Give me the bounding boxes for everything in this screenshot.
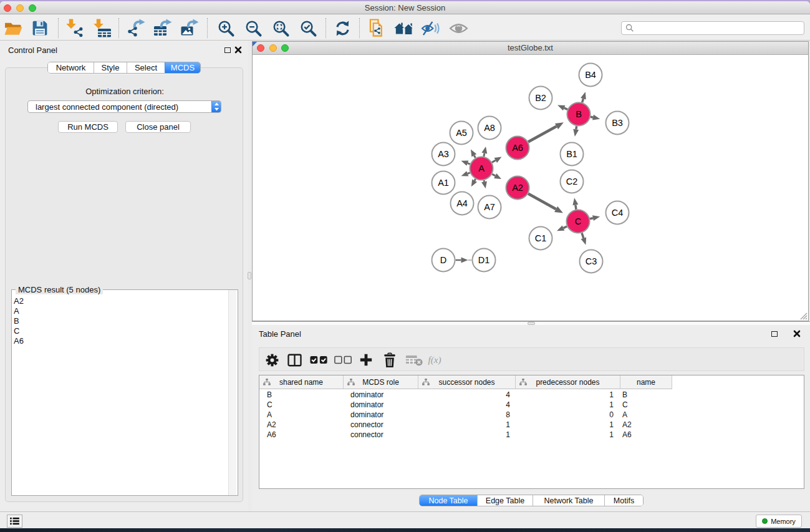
table-row[interactable]: A2connector11A2 [259,420,672,430]
column-header-shared-name[interactable]: shared name [259,375,344,389]
node-C[interactable]: C [567,210,590,233]
trash-button[interactable] [380,351,400,369]
node-B2[interactable]: B2 [529,87,552,110]
tab-select[interactable]: Select [127,62,165,73]
table-row[interactable]: Adominator80A [259,410,672,420]
close-panel-icon[interactable] [234,46,242,54]
duplicate-network-button[interactable] [366,19,387,37]
eye-button[interactable] [448,19,469,37]
node-A4[interactable]: A4 [451,192,474,215]
split-columns-button[interactable] [284,351,304,369]
edge-D-D1[interactable] [456,258,472,263]
float-panel-icon[interactable] [224,47,231,53]
table-float-icon[interactable] [771,331,778,337]
close-panel-button[interactable]: Close panel [125,121,191,133]
edge-C-C1[interactable] [557,225,567,231]
plus-button[interactable] [356,351,376,369]
table-close-icon[interactable] [793,330,801,337]
houses-button[interactable] [393,19,415,37]
checkboxes-on-button[interactable] [309,351,329,369]
table-tab-network-table[interactable]: Network Table [533,495,604,506]
zoom-out-button[interactable] [243,19,264,37]
export-network-button[interactable] [125,19,147,37]
mcds-result-item[interactable]: A [14,306,24,316]
save-disk-button[interactable] [29,19,51,37]
import-network-button[interactable] [64,19,85,37]
edge-A-A5[interactable] [471,150,476,158]
table-row[interactable]: A6connector11A6 [259,430,672,440]
table-tab-motifs[interactable]: Motifs [604,495,643,506]
criterion-dropdown[interactable]: largest connected component (directed) [27,100,221,113]
node-B4[interactable]: B4 [579,64,602,87]
node-A3[interactable]: A3 [432,143,455,166]
table-tab-node-table[interactable]: Node Table [420,495,477,506]
edge-A6-B[interactable] [528,122,564,142]
import-table-button[interactable] [92,19,113,37]
export-table-button[interactable] [152,19,173,37]
node-A8[interactable]: A8 [478,117,501,140]
run-mcds-button[interactable]: Run MCDS [58,121,118,133]
mcds-result-item[interactable]: A2 [14,296,24,306]
node-C1[interactable]: C1 [529,227,552,250]
node-B[interactable]: B [567,103,591,126]
vertical-divider-knob[interactable] [248,272,251,279]
edge-A-A3[interactable] [461,160,470,165]
export-image-button[interactable] [179,19,200,37]
memory-button[interactable]: Memory [756,515,802,528]
eye-slash-button[interactable] [420,19,441,37]
mcds-result-list[interactable]: A2ABCA6 [14,296,24,346]
table-tab-edge-table[interactable]: Edge Table [477,495,533,506]
node-A6[interactable]: A6 [506,137,529,160]
edge-A-A8[interactable] [481,147,487,157]
column-header-MCDS-role[interactable]: MCDS role [344,375,418,389]
table-row[interactable]: Cdominator41C [259,400,672,410]
edge-C-C3[interactable] [581,233,587,245]
panel-list-button[interactable] [7,515,22,528]
zoom-fit-button[interactable] [270,19,291,37]
edge-C-C4[interactable] [590,215,600,221]
edge-A-A7[interactable] [481,180,487,188]
open-folder-button[interactable] [2,19,24,37]
tab-style[interactable]: Style [94,62,127,73]
node-C2[interactable]: C2 [561,170,584,193]
mcds-result-item[interactable]: B [14,316,24,326]
edge-A-A2[interactable] [492,173,501,179]
gear-button[interactable] [262,351,282,369]
node-B1[interactable]: B1 [561,143,584,166]
node-A7[interactable]: A7 [478,196,501,219]
edge-A-A6[interactable] [492,157,501,163]
column-header-name[interactable]: name [620,375,672,389]
mcds-result-item[interactable]: A6 [14,336,24,346]
node-D1[interactable]: D1 [473,249,496,272]
search-input[interactable] [637,24,804,32]
edge-B-B1[interactable] [573,126,579,137]
node-B3[interactable]: B3 [606,112,629,135]
node-A5[interactable]: A5 [450,122,473,145]
edge-A-A1[interactable] [461,171,470,176]
mcds-result-item[interactable]: C [14,326,24,336]
column-header-successor-nodes[interactable]: successor nodes [418,375,516,389]
refresh-button[interactable] [332,19,353,37]
table-row[interactable]: Bdominator41B [259,390,672,400]
tab-mcds[interactable]: MCDS [165,62,200,73]
node-A1[interactable]: A1 [432,172,455,195]
edge-B-B3[interactable] [591,115,600,120]
edge-A2-C[interactable] [528,193,563,213]
network-canvas[interactable]: AA1A3A4A5A7A8A6A2BB1B2B3B4CC1C2C3C4DD1 [253,56,808,321]
edge-C-C2[interactable] [572,198,578,210]
node-D[interactable]: D [432,249,455,272]
edge-B-B2[interactable] [557,105,567,111]
zoom-selected-button[interactable] [297,19,319,37]
resize-grip-icon[interactable] [799,312,808,320]
zoom-in-button[interactable] [215,19,236,37]
edge-A-A4[interactable] [471,179,477,186]
node-A[interactable]: A [470,157,493,180]
tab-network[interactable]: Network [48,62,94,73]
node-A2[interactable]: A2 [506,177,529,200]
edge-B-B4[interactable] [581,92,586,102]
search-box[interactable] [621,21,804,35]
node-C3[interactable]: C3 [580,250,603,273]
node-C4[interactable]: C4 [606,201,629,225]
result-scrollbar[interactable] [228,290,236,495]
column-header-predecessor-nodes[interactable]: predecessor nodes [516,375,620,389]
